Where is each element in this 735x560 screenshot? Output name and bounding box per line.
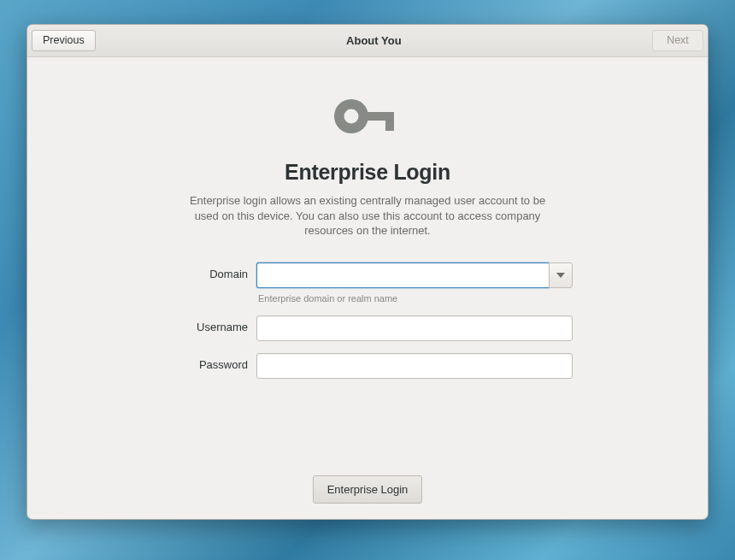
domain-label: Domain — [162, 262, 248, 280]
username-field-cell — [256, 315, 573, 341]
password-input[interactable] — [256, 353, 573, 379]
enterprise-login-button[interactable]: Enterprise Login — [313, 475, 423, 504]
setup-window: Previous About You Next Enterprise Login… — [26, 24, 709, 520]
username-input[interactable] — [256, 315, 573, 341]
svg-rect-3 — [385, 112, 394, 131]
domain-hint: Enterprise domain or realm name — [258, 293, 573, 304]
next-button[interactable]: Next — [652, 30, 703, 51]
password-field-cell — [256, 353, 573, 379]
domain-field-cell: Enterprise domain or realm name — [256, 262, 573, 304]
page-subtitle: Enterprise login allows an existing cent… — [179, 193, 556, 239]
page-title: Enterprise Login — [285, 160, 450, 185]
chevron-down-icon — [556, 273, 565, 278]
content-area: Enterprise Login Enterprise login allows… — [27, 57, 708, 519]
footer-area: Enterprise Login — [27, 475, 708, 504]
domain-combo — [256, 262, 573, 288]
previous-button[interactable]: Previous — [32, 30, 96, 51]
titlebar: Previous About You Next — [27, 25, 708, 57]
window-title: About You — [346, 34, 402, 47]
key-icon — [334, 98, 401, 138]
domain-input[interactable] — [256, 262, 549, 288]
username-label: Username — [162, 315, 248, 333]
login-form: Domain Enterprise domain or realm name U… — [162, 262, 573, 379]
domain-dropdown-button[interactable] — [549, 262, 573, 288]
svg-point-1 — [344, 109, 359, 124]
password-label: Password — [162, 353, 248, 371]
